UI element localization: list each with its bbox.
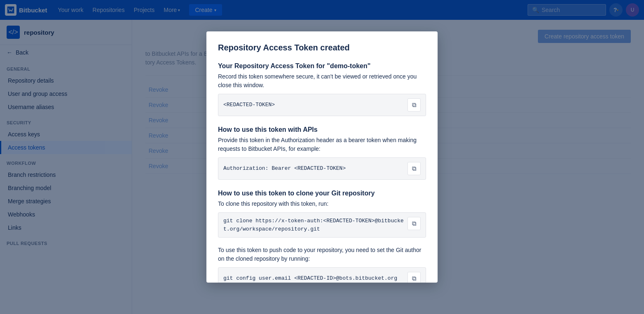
- token-section-heading: Your Repository Access Token for "demo-t…: [218, 62, 426, 70]
- clone-code-value: git clone https://x-token-auth:<REDACTED…: [223, 217, 404, 233]
- copy-icon: ⧉: [412, 220, 417, 227]
- clone-section-desc2: To use this token to push code to your r…: [218, 246, 426, 263]
- api-section-heading: How to use this token with APIs: [218, 126, 426, 133]
- clone-section: How to use this token to clone your Git …: [218, 190, 426, 283]
- api-section-desc: Provide this token in the Authorization …: [218, 136, 426, 153]
- clone-section-heading: How to use this token to clone your Git …: [218, 190, 426, 197]
- copy-clone-button[interactable]: ⧉: [407, 217, 421, 230]
- modal-dialog: Repository Access Token created Your Rep…: [206, 31, 438, 283]
- config-code-value: git config user.email <REDACTED-ID>@bots…: [223, 274, 404, 283]
- copy-token-button[interactable]: ⧉: [407, 98, 421, 112]
- copy-config-button[interactable]: ⧉: [407, 272, 421, 283]
- copy-icon: ⧉: [412, 101, 417, 109]
- copy-icon: ⧉: [412, 275, 417, 282]
- modal-title: Repository Access Token created: [218, 43, 426, 52]
- api-section: How to use this token with APIs Provide …: [218, 126, 426, 180]
- config-code-block: git config user.email <REDACTED-ID>@bots…: [218, 267, 426, 283]
- copy-icon: ⧉: [412, 165, 417, 172]
- copy-api-button[interactable]: ⧉: [407, 162, 421, 175]
- api-code-value: Authorization: Bearer <REDACTED-TOKEN>: [223, 164, 404, 173]
- token-code-block: <REDACTED-TOKEN> ⧉: [218, 94, 426, 116]
- token-value: <REDACTED-TOKEN>: [223, 101, 404, 109]
- token-section-desc: Record this token somewhere secure, it c…: [218, 72, 426, 90]
- modal-overlay: Repository Access Token created Your Rep…: [0, 0, 644, 314]
- clone-code-block: git clone https://x-token-auth:<REDACTED…: [218, 212, 426, 238]
- token-section: Your Repository Access Token for "demo-t…: [218, 62, 426, 116]
- clone-section-desc1: To clone this repository with this token…: [218, 200, 426, 208]
- api-code-block: Authorization: Bearer <REDACTED-TOKEN> ⧉: [218, 157, 426, 180]
